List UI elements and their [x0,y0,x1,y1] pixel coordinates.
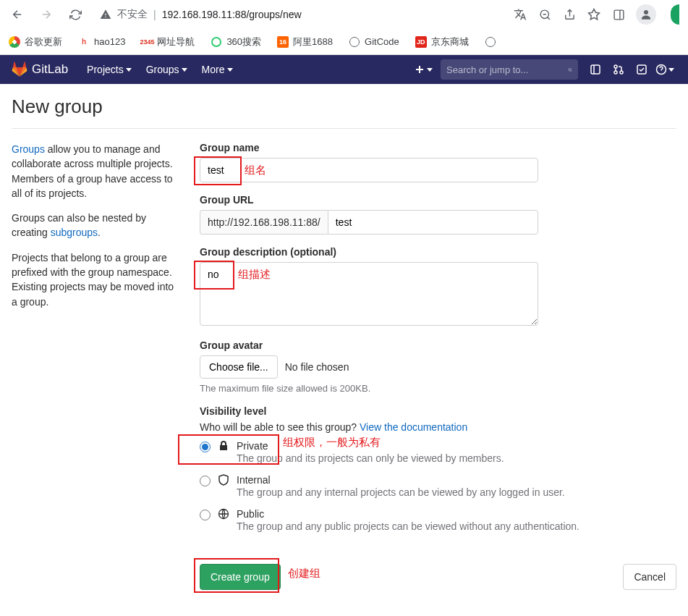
no-file-text: No file chosen [285,361,349,373]
group-url-input[interactable] [328,210,538,235]
bookmark-gitcode[interactable]: GitCode [349,36,399,48]
bookmark-1688[interactable]: 16阿里1688 [277,35,333,48]
hao123-icon: h [78,36,90,48]
sidebar-help: Groups allow you to manage and collabora… [12,142,179,590]
chevron-down-icon [182,68,187,72]
svg-point-6 [614,71,617,74]
bookmark-hao123[interactable]: hhao123 [78,36,125,48]
merge-requests-icon[interactable] [607,55,630,84]
issues-icon[interactable] [584,55,607,84]
svg-point-2 [644,10,648,14]
address-bar[interactable]: 不安全 | 192.168.198.11:88/groups/new [93,4,507,25]
jd-icon: JD [415,36,427,48]
chevron-down-icon [126,68,132,72]
svg-rect-1 [614,10,624,20]
page-content: New group Groups allow you to manage and… [0,84,688,616]
bookmark-360[interactable]: 360搜索 [211,35,261,48]
gitlab-logo[interactable]: GitLab [12,62,68,77]
zoom-icon[interactable] [538,7,552,22]
chrome-icon [9,36,20,48]
subgroups-link[interactable]: subgroups [51,227,98,238]
nav2345-icon: 2345 [141,36,153,48]
choose-file-button[interactable]: Choose file... [200,355,278,379]
visibility-public[interactable]: Public The group and any public projects… [200,508,676,532]
group-name-input[interactable] [200,158,538,182]
cancel-button[interactable]: Cancel [623,564,676,590]
forward-button[interactable] [35,3,58,26]
360-icon [211,36,222,48]
gitlab-logo-icon [12,62,27,77]
new-dropdown[interactable] [412,55,435,84]
ali-icon: 16 [277,36,289,48]
radio-private[interactable] [200,442,211,452]
url-text: 192.168.198.11:88/groups/new [162,9,302,20]
bookmark-extra[interactable] [485,36,496,48]
insecure-icon [100,9,111,20]
groups-link[interactable]: Groups [12,143,45,155]
avatar-label: Group avatar [200,339,676,351]
chevron-down-icon [427,68,433,72]
url-prefix: http://192.168.198.11:88/ [200,210,328,235]
chevron-down-icon [668,68,674,72]
browser-toolbar: 不安全 | 192.168.198.11:88/groups/new [0,0,688,29]
search-input[interactable] [446,64,568,75]
bookmark-chrome-update[interactable]: 谷歌更新 [9,35,62,48]
back-button[interactable] [6,3,29,26]
insecure-label: 不安全 [117,8,148,21]
svg-point-7 [620,71,623,74]
reload-button[interactable] [64,3,87,26]
avatar-help: The maximum file size allowed is 200KB. [200,383,676,394]
profile-avatar[interactable] [636,4,656,25]
annotation-create: 创建组 [288,567,320,581]
radio-internal[interactable] [200,476,211,486]
svg-point-3 [569,68,572,71]
docs-link[interactable]: View the documentation [360,421,467,433]
translate-icon[interactable] [513,7,527,22]
gitlab-navbar: GitLab Projects Groups More [0,55,688,84]
bookmark-jd[interactable]: JD京东商城 [415,35,469,48]
nav-more[interactable]: More [195,64,240,75]
chevron-down-icon [227,68,233,72]
lock-icon [218,440,229,452]
svg-rect-4 [591,65,600,74]
shield-icon [218,474,229,486]
name-label: Group name [200,142,676,153]
visibility-private[interactable]: Private The group and its projects can o… [200,440,676,464]
group-desc-input[interactable]: no [200,262,538,326]
star-icon[interactable] [587,7,601,22]
radio-public[interactable] [200,510,211,520]
svg-point-5 [614,65,617,68]
divider [12,128,676,129]
globe-icon [485,36,496,48]
desc-label: Group description (optional) [200,246,676,258]
search-box[interactable] [441,59,578,80]
form: Group name 组名 Group URL http://192.168.1… [200,142,676,590]
page-title: New group [12,96,676,118]
browser-chrome: 不安全 | 192.168.198.11:88/groups/new 谷歌更新 … [0,0,688,55]
globe-icon [218,508,229,520]
nav-groups[interactable]: Groups [139,64,195,75]
extension-edge[interactable] [671,4,679,25]
chrome-actions [513,4,682,25]
help-icon[interactable] [653,55,676,84]
bookmarks-bar: 谷歌更新 hhao123 2345网址导航 360搜索 16阿里1688 Git… [0,29,688,55]
search-icon [568,64,572,75]
globe-icon [349,36,360,48]
share-icon[interactable] [562,7,577,22]
url-label: Group URL [200,194,676,206]
create-group-button[interactable]: Create group [200,564,281,590]
sidepanel-icon[interactable] [611,7,626,22]
bookmark-2345[interactable]: 2345网址导航 [141,35,195,48]
nav-projects[interactable]: Projects [80,64,139,75]
visibility-internal[interactable]: Internal The group and any internal proj… [200,474,676,498]
todos-icon[interactable] [630,55,653,84]
visibility-label: Visibility level [200,405,676,417]
